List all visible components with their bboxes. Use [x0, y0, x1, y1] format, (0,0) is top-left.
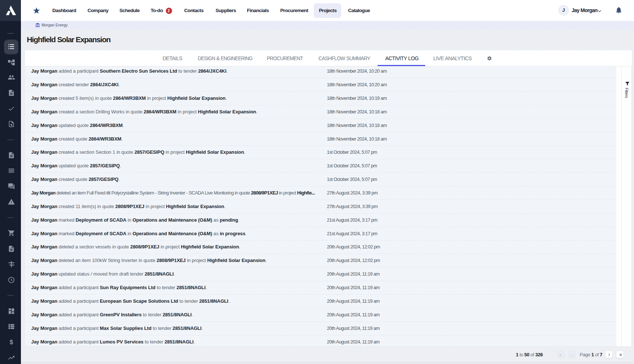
svg-text:$: $ — [10, 339, 13, 346]
